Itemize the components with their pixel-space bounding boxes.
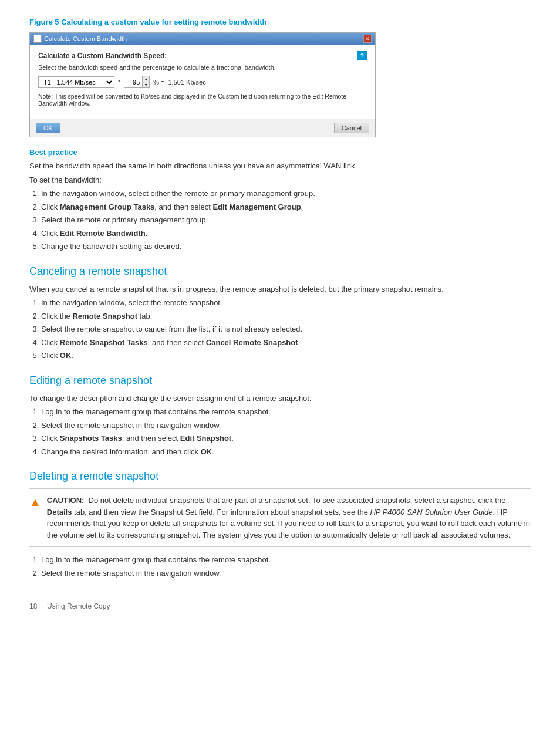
canceling-section: Canceling a remote snapshot When you can… bbox=[29, 265, 531, 362]
ok-button[interactable]: OK bbox=[36, 123, 60, 133]
percentage-spinbox[interactable]: ▲ ▼ bbox=[124, 76, 150, 88]
list-item: Select the remote snapshot in the naviga… bbox=[41, 568, 531, 579]
figure-section: Figure 5 Calculating a custom value for … bbox=[29, 18, 531, 137]
list-item: Click the Remote Snapshot tab. bbox=[41, 310, 531, 322]
best-practice-steps: In the navigation window, select either … bbox=[41, 188, 531, 252]
figure-title: Figure 5 Calculating a custom value for … bbox=[29, 18, 531, 26]
dialog-section-title: Calculate a Custom Bandwidth Speed: bbox=[38, 52, 167, 60]
dialog-controls-row: T1 - 1.544 Mb/sec * ▲ ▼ % = 1,501 Kb/sec bbox=[38, 76, 367, 88]
deleting-steps: Log in to the management group that cont… bbox=[41, 554, 531, 579]
calc-result: 1,501 Kb/sec bbox=[168, 79, 205, 86]
best-practice-text2: To set the bandwidth: bbox=[29, 174, 531, 186]
list-item: Select the remote or primary management … bbox=[41, 214, 531, 226]
best-practice-text1: Set the bandwidth speed the same in both… bbox=[29, 160, 531, 172]
dialog-body: Calculate a Custom Bandwidth Speed: ? Se… bbox=[30, 45, 375, 119]
editing-intro: To change the description and change the… bbox=[29, 393, 531, 404]
deleting-section: Deleting a remote snapshot ▲ CAUTION: Do… bbox=[29, 470, 531, 579]
spin-arrows: ▲ ▼ bbox=[142, 76, 149, 87]
percent-equals: % = bbox=[153, 79, 164, 86]
percentage-input[interactable] bbox=[124, 76, 142, 87]
dialog-close-button[interactable]: ✕ bbox=[363, 35, 372, 43]
caution-triangle-icon: ▲ bbox=[29, 495, 41, 509]
spin-up-button[interactable]: ▲ bbox=[143, 76, 149, 82]
caution-text: CAUTION: Do not delete individual snapsh… bbox=[47, 495, 531, 541]
best-practice-title: Best practice bbox=[29, 148, 531, 157]
dialog-footer: OK Cancel bbox=[30, 119, 375, 137]
dialog-description: Select the bandwidth speed and the perce… bbox=[38, 64, 367, 71]
best-practice-section: Best practice Set the bandwidth speed th… bbox=[29, 148, 531, 252]
cancel-button[interactable]: Cancel bbox=[334, 123, 369, 133]
page-footer: 18 Using Remote Copy bbox=[29, 602, 531, 610]
list-item: Select the remote snapshot to cancel fro… bbox=[41, 323, 531, 335]
list-item: Change the bandwidth setting as desired. bbox=[41, 241, 531, 252]
help-button[interactable]: ? bbox=[357, 51, 367, 60]
dialog-header-row: Calculate a Custom Bandwidth Speed: ? bbox=[38, 51, 367, 60]
page-number: 18 bbox=[29, 602, 37, 610]
list-item: Click OK. bbox=[41, 350, 531, 362]
caution-label: CAUTION: bbox=[47, 496, 85, 505]
dialog-titlebar-left: ▦ Calculate Custom Bandwidth bbox=[33, 35, 127, 43]
bandwidth-dropdown[interactable]: T1 - 1.544 Mb/sec bbox=[38, 76, 114, 88]
dialog-title-text: Calculate Custom Bandwidth bbox=[44, 35, 127, 42]
list-item: Click Edit Remote Bandwidth. bbox=[41, 228, 531, 239]
list-item: Change the desired information, and then… bbox=[41, 446, 531, 458]
dialog-note: Note: This speed will be converted to Kb… bbox=[38, 93, 367, 107]
canceling-steps: In the navigation window, select the rem… bbox=[41, 297, 531, 362]
dialog-icon: ▦ bbox=[33, 35, 42, 43]
editing-section: Editing a remote snapshot To change the … bbox=[29, 374, 531, 458]
canceling-heading: Canceling a remote snapshot bbox=[29, 265, 531, 278]
list-item: Click Snapshots Tasks, and then select E… bbox=[41, 433, 531, 444]
list-item: Log in to the management group that cont… bbox=[41, 554, 531, 566]
caution-block: ▲ CAUTION: Do not delete individual snap… bbox=[29, 488, 531, 547]
canceling-intro: When you cancel a remote snapshot that i… bbox=[29, 283, 531, 295]
list-item: Click Management Group Tasks, and then s… bbox=[41, 201, 531, 213]
list-item: In the navigation window, select the rem… bbox=[41, 297, 531, 309]
editing-steps: Log in to the management group that cont… bbox=[41, 406, 531, 457]
multiply-symbol: * bbox=[118, 79, 120, 86]
editing-heading: Editing a remote snapshot bbox=[29, 374, 531, 387]
spin-down-button[interactable]: ▼ bbox=[143, 82, 149, 87]
list-item: Select the remote snapshot in the naviga… bbox=[41, 420, 531, 431]
list-item: Log in to the management group that cont… bbox=[41, 406, 531, 418]
deleting-heading: Deleting a remote snapshot bbox=[29, 470, 531, 482]
page-label: Using Remote Copy bbox=[47, 602, 110, 610]
list-item: In the navigation window, select either … bbox=[41, 188, 531, 200]
dialog-titlebar: ▦ Calculate Custom Bandwidth ✕ bbox=[30, 33, 375, 45]
dialog-box: ▦ Calculate Custom Bandwidth ✕ Calculate… bbox=[29, 32, 376, 137]
list-item: Click Remote Snapshot Tasks, and then se… bbox=[41, 337, 531, 349]
